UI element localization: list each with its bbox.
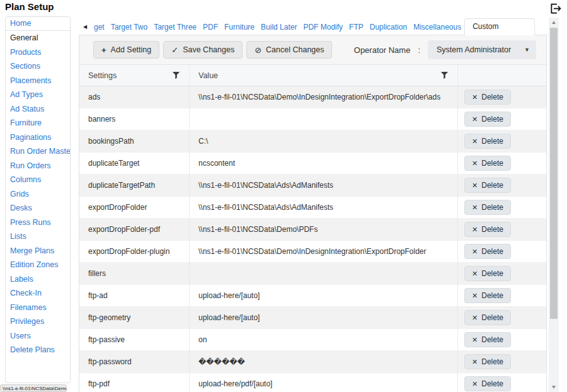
delete-label: Delete — [481, 357, 503, 366]
table-row: exportDropFolder \\ns1-e-fil-01\NCSData\… — [79, 197, 546, 219]
sidebar-item[interactable]: Merge Plans — [6, 244, 70, 258]
scrollbar-thumb[interactable] — [550, 28, 558, 319]
delete-button[interactable]: ✕ Delete — [464, 156, 511, 171]
tab-item[interactable]: Target Three — [151, 19, 200, 35]
sidebar-item[interactable]: Press Runs — [6, 216, 70, 230]
x-icon: ✕ — [472, 292, 478, 299]
delete-label: Delete — [481, 115, 503, 124]
delete-button[interactable]: ✕ Delete — [464, 376, 511, 391]
sidebar-item-home[interactable]: Home — [6, 17, 70, 31]
sidebar-item[interactable]: Ad Types — [6, 88, 70, 102]
tab-item[interactable]: Furniture — [221, 19, 258, 35]
cancel-changes-button[interactable]: ⊘ Cancel Changes — [246, 41, 332, 59]
table-row: exportDropFolder-pdf \\ns1-e-fil-01\NCSD… — [79, 219, 546, 241]
table-row: duplicateTargetPath \\ns1-e-fil-01\NCSDa… — [79, 175, 546, 197]
delete-button[interactable]: ✕ Delete — [464, 134, 511, 149]
setting-name-cell: fillers — [79, 263, 190, 284]
operator-name-label: Operator Name — [354, 45, 411, 55]
x-icon: ✕ — [472, 248, 478, 255]
sidebar-item[interactable]: Run Order Master — [6, 144, 70, 159]
tab-scroll-left-icon[interactable]: ◀ — [79, 24, 91, 30]
scrollbar-down-icon[interactable] — [549, 383, 559, 392]
setting-name-cell: bookingsPath — [79, 130, 190, 152]
sidebar-item[interactable]: Grids — [6, 187, 70, 202]
add-setting-button[interactable]: + Add Setting — [93, 41, 159, 59]
sidebar-item[interactable]: Columns — [6, 173, 70, 187]
delete-button[interactable]: ✕ Delete — [464, 288, 511, 303]
tab-item[interactable]: get — [91, 19, 108, 35]
tab-item[interactable]: Duplication — [367, 19, 410, 35]
delete-button[interactable]: ✕ Delete — [464, 112, 511, 127]
x-icon: ✕ — [472, 381, 478, 388]
row-actions-cell: ✕ Delete — [458, 310, 546, 325]
row-actions-cell: ✕ Delete — [458, 156, 546, 171]
sidebar-item[interactable]: Placements — [6, 74, 70, 88]
tab-item[interactable]: Custom — [464, 18, 535, 35]
clipped-status-tooltip: \\ns1-e-fil-01\NCSData\Demo\InDesignInte… — [0, 384, 67, 392]
sidebar-item[interactable]: Run Orders — [6, 159, 70, 173]
setting-value-cell: ncscontent — [190, 153, 458, 174]
setting-name-cell: exportDropFolder-pdf — [79, 219, 190, 240]
delete-button[interactable]: ✕ Delete — [464, 178, 511, 193]
setting-value-cell — [190, 108, 458, 130]
exit-icon[interactable] — [547, 1, 563, 18]
sidebar-item[interactable]: Products — [6, 45, 70, 60]
value-filter-icon[interactable] — [440, 71, 449, 79]
settings-filter-icon[interactable] — [172, 71, 180, 79]
setting-value-cell: C:\ — [190, 130, 458, 152]
tab-item[interactable]: Miscellaneous — [410, 19, 464, 35]
delete-label: Delete — [481, 181, 503, 190]
sidebar-item[interactable]: Ad Status — [6, 102, 70, 117]
content-panel: + Add Setting ✓ Save Changes ⊘ Cancel Ch… — [79, 35, 547, 392]
delete-button[interactable]: ✕ Delete — [464, 354, 511, 369]
sidebar-item[interactable]: Lists — [6, 229, 70, 244]
plus-icon: + — [101, 46, 106, 54]
cancel-changes-label: Cancel Changes — [266, 45, 324, 54]
delete-label: Delete — [481, 93, 503, 101]
table-row: duplicateTarget ncscontent ✕ Delete — [79, 153, 546, 175]
table-row: ads \\ns1-e-fil-01\NCSData\Demo\InDesign… — [79, 86, 546, 108]
sidebar-item[interactable]: Users — [6, 329, 70, 343]
sidebar-item[interactable]: Delete Plans — [6, 343, 70, 357]
save-changes-button[interactable]: ✓ Save Changes — [163, 41, 243, 59]
operator-name-dropdown[interactable]: System Administrator ▼ — [428, 40, 536, 59]
delete-button[interactable]: ✕ Delete — [464, 222, 511, 237]
sidebar-item[interactable]: Check-In — [6, 286, 70, 301]
tab-item[interactable]: Target Two — [108, 19, 151, 35]
delete-button[interactable]: ✕ Delete — [464, 244, 511, 259]
sidebar-item[interactable]: Labels — [6, 272, 70, 287]
x-icon: ✕ — [472, 116, 478, 123]
x-icon: ✕ — [472, 359, 478, 366]
tab-strip: ◀ get Target Two Target Three PDF Furnit… — [79, 18, 547, 35]
sidebar-item[interactable]: Filenames — [6, 301, 70, 315]
delete-button[interactable]: ✕ Delete — [464, 89, 511, 105]
tab-item[interactable]: PDF Modify — [300, 19, 346, 35]
sidebar-item[interactable]: Furniture — [6, 116, 70, 130]
scrollbar-up-icon[interactable] — [549, 18, 559, 27]
sidebar-item[interactable]: Paginations — [6, 130, 70, 145]
x-icon: ✕ — [472, 337, 478, 343]
table-row: ftp-password ������ ✕ Delete — [79, 351, 546, 373]
sidebar-item[interactable]: Privileges — [6, 314, 70, 329]
row-actions-cell: ✕ Delete — [458, 244, 546, 259]
grid-header: Settings Value — [79, 65, 546, 86]
table-row: exportDropFolder-plugin \\ns1-e-fil-01\N… — [79, 241, 546, 263]
tab-item[interactable]: PDF — [200, 19, 221, 35]
vertical-scrollbar[interactable] — [549, 18, 559, 392]
x-icon: ✕ — [472, 160, 478, 167]
tab-item[interactable]: Build Later — [258, 19, 300, 35]
delete-button[interactable]: ✕ Delete — [464, 332, 511, 347]
setting-value-cell: \\ns1-e-fil-01\NCSData\Ads\AdManifests — [190, 175, 458, 196]
delete-button[interactable]: ✕ Delete — [464, 266, 511, 281]
delete-button[interactable]: ✕ Delete — [464, 310, 511, 325]
sidebar-item[interactable]: Sections — [6, 59, 70, 74]
setting-name-cell: ftp-passive — [79, 329, 190, 350]
sidebar-item[interactable]: General — [6, 31, 70, 45]
sidebar-item[interactable]: Desks — [6, 201, 70, 216]
page-title: Plan Setup — [5, 1, 54, 12]
tab-item[interactable]: FTP — [346, 19, 367, 35]
x-icon: ✕ — [472, 226, 478, 233]
sidebar-item[interactable]: Edition Zones — [6, 258, 70, 272]
setting-value-cell: \\ns1-e-fil-01\NCSData\Demo\PDFs — [190, 219, 458, 240]
delete-button[interactable]: ✕ Delete — [464, 200, 511, 215]
